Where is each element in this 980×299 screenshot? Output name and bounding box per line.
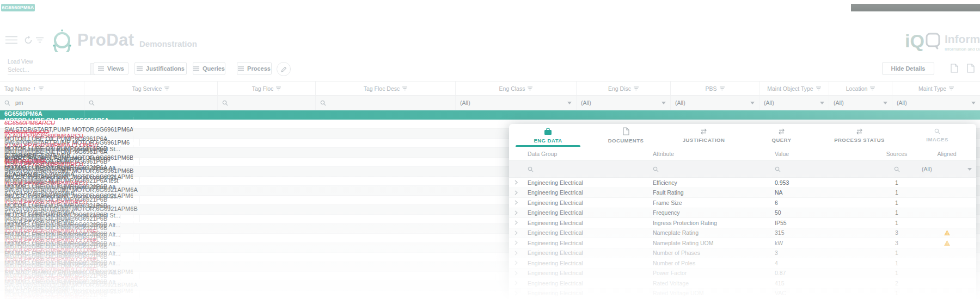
attribute-row[interactable]: Engineering ElectricalPower Factor0.871 (509, 269, 976, 279)
prodat-logo: ProDat (50, 28, 134, 52)
column-filter-icon[interactable] (720, 86, 725, 91)
column-header-maint-object-type[interactable]: Maint Object Type (759, 82, 829, 95)
expand-chevron-icon[interactable] (509, 278, 523, 288)
column-filter-icon[interactable] (528, 86, 532, 91)
brand-name-primary: Information (945, 33, 980, 45)
attribute-row[interactable]: Engineering ElectricalNameplate Rating U… (509, 238, 976, 248)
filter-input-2[interactable] (232, 99, 311, 107)
views-button[interactable]: Views (94, 62, 128, 75)
export-file-icon[interactable] (951, 64, 958, 73)
sources-cell: 1 (876, 198, 917, 208)
search-icon (528, 166, 534, 172)
column-header-tag-floc[interactable]: Tag Floc (218, 82, 316, 95)
tab-justification[interactable]: JUSTIFICATION (665, 124, 743, 147)
attribute-row[interactable]: Engineering ElectricalNumber of Poles41 (509, 258, 976, 269)
justifications-button[interactable]: Justifications (134, 62, 187, 75)
menu-icon[interactable] (5, 36, 17, 44)
chevron-down-icon[interactable] (820, 102, 824, 104)
chevron-down-icon[interactable] (750, 102, 755, 104)
panel-filter-cell-2[interactable] (648, 166, 770, 172)
column-filter-icon[interactable] (816, 86, 821, 91)
panel-filter-cell-1[interactable] (523, 166, 648, 172)
expand-chevron-icon[interactable] (509, 238, 523, 248)
attribute-row[interactable]: Engineering ElectricalIngress Protection… (509, 218, 976, 228)
column-filter-icon[interactable] (634, 86, 639, 91)
expand-chevron-icon[interactable] (509, 289, 523, 298)
load-view-select[interactable]: Load View Select... (8, 59, 90, 73)
filter-input-0[interactable] (14, 99, 79, 107)
column-header-tag-floc-desc[interactable]: Tag Floc Desc (316, 82, 456, 95)
attribute-row[interactable]: Engineering ElectricalEfficiency0.9531 (509, 178, 976, 188)
filter-input-3[interactable] (330, 99, 451, 107)
column-filter-icon[interactable] (870, 86, 875, 91)
save-view-icon[interactable] (967, 64, 975, 73)
attribute-row[interactable]: Engineering ElectricalFrequency501 (509, 208, 976, 219)
chevron-down-icon[interactable] (883, 102, 887, 104)
panel-filter-aligned[interactable]: (All) (917, 166, 976, 172)
value-cell: 4 (770, 258, 876, 268)
panel-column-header-aligned[interactable]: Aligned (917, 151, 976, 157)
expand-chevron-icon[interactable] (509, 198, 523, 208)
chevron-down-icon[interactable] (661, 102, 666, 104)
column-header-tag-name[interactable]: Tag Name↑ (0, 82, 84, 95)
load-view-value: Select... (8, 66, 90, 73)
attribute-row[interactable]: Engineering ElectricalNumber of Phases31 (509, 248, 976, 259)
attribute-row[interactable]: Engineering ElectricalRated Voltage4152 (509, 278, 976, 289)
filter-input-1[interactable] (99, 99, 213, 107)
attribute-row[interactable]: Engineering ElectricalRated Voltage UOMV… (509, 289, 976, 299)
column-header-eng-disc[interactable]: Eng Disc (577, 82, 671, 95)
attribute-row[interactable]: Engineering ElectricalFault RatingNA1 (509, 188, 976, 198)
attribute-cell: Rated Voltage UOM (648, 289, 770, 298)
expand-chevron-icon[interactable] (509, 258, 523, 268)
tab-process-status[interactable]: PROCESS STATUS (820, 124, 898, 147)
tab-images[interactable]: IMAGES (898, 124, 976, 147)
attribute-row[interactable]: Engineering ElectricalNameplate Rating31… (509, 228, 976, 239)
process-button[interactable]: Process (237, 62, 272, 75)
column-filter-icon[interactable] (39, 86, 44, 91)
filter-icon[interactable] (36, 37, 44, 43)
expand-chevron-icon[interactable] (509, 208, 523, 218)
aligned-cell (917, 278, 976, 288)
expand-chevron-icon[interactable] (509, 218, 523, 228)
column-header-tag-service[interactable]: Tag Service (84, 82, 218, 95)
tab-eng-data[interactable]: ENG DATA (509, 124, 587, 147)
filter-cell-9: (All) (892, 96, 980, 110)
column-filter-icon[interactable] (949, 86, 954, 91)
expand-chevron-icon[interactable] (509, 178, 523, 188)
column-filter-icon[interactable] (164, 86, 169, 91)
expand-chevron-icon[interactable] (509, 269, 523, 278)
refresh-icon[interactable] (24, 36, 33, 45)
edit-button[interactable] (277, 62, 291, 76)
table-row[interactable]: 6G6560PM6AMOTOR,LUBE OIL PUMP,6G6961P6AI… (0, 110, 980, 120)
hide-details-button[interactable]: Hide Details (882, 62, 934, 75)
sources-cell: 2 (876, 278, 917, 288)
column-filter-icon[interactable] (402, 86, 407, 91)
cell: 6G6570BPM6A CLONE(005) (0, 243, 84, 250)
column-header-pbs[interactable]: PBS (671, 82, 759, 95)
sources-cell: 1 (876, 208, 917, 218)
panel-column-header-attribute[interactable]: Attribute (648, 151, 770, 157)
tab-query[interactable]: QUERY (743, 124, 820, 147)
attribute-row[interactable]: Engineering ElectricalFrame Size61 (509, 198, 976, 208)
panel-filter-cell-4[interactable] (876, 166, 917, 172)
panel-column-header-data-group[interactable]: Data Group (523, 151, 648, 157)
column-header-maint-type[interactable]: Maint Type (892, 82, 980, 95)
expand-chevron-icon[interactable] (509, 228, 523, 238)
panel-filter-cell-3[interactable] (770, 166, 876, 172)
aligned-cell (917, 188, 976, 198)
sort-asc-icon: ↑ (33, 85, 36, 91)
chevron-down-icon[interactable] (567, 102, 572, 104)
panel-column-header-sources[interactable]: Sources (876, 151, 917, 157)
chevron-down-icon[interactable] (967, 168, 972, 171)
chevron-down-icon[interactable] (971, 102, 976, 104)
panel-column-header-value[interactable]: Value (770, 151, 876, 157)
column-header-eng-class[interactable]: Eng Class (456, 82, 577, 95)
expand-chevron-icon[interactable] (509, 188, 523, 198)
aligned-cell (917, 218, 976, 228)
column-header-location[interactable]: Location (829, 82, 892, 95)
queries-button[interactable]: Queries (193, 62, 225, 75)
expand-chevron-icon[interactable] (509, 248, 523, 258)
column-filter-icon[interactable] (276, 86, 281, 91)
filter-cell-4: (All) (456, 96, 577, 110)
tab-documents[interactable]: DOCUMENTS (587, 124, 665, 147)
